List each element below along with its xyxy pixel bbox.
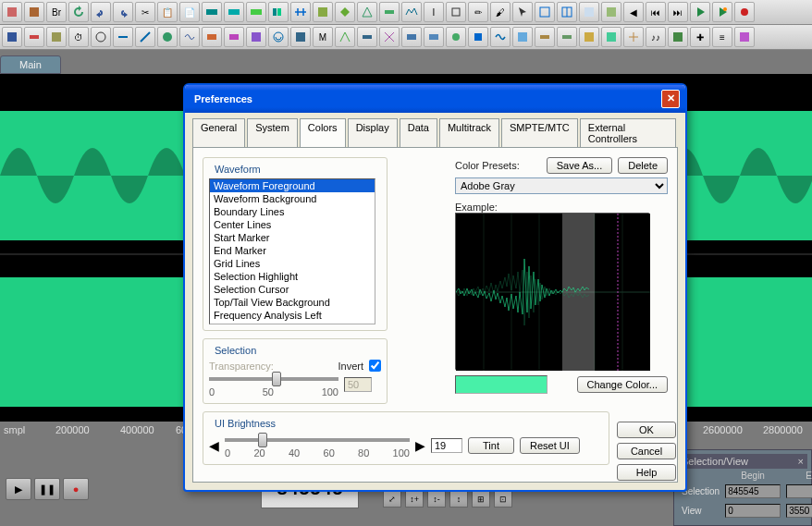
view-end-field[interactable] bbox=[786, 504, 812, 518]
waveform-list-item[interactable]: Frequency Analysis Right bbox=[210, 322, 375, 324]
toolbar-button[interactable] bbox=[446, 2, 466, 22]
cancel-button[interactable]: Cancel bbox=[617, 443, 676, 459]
toolbar-button[interactable] bbox=[246, 27, 266, 47]
close-icon[interactable]: × bbox=[798, 456, 804, 467]
tab-smpte[interactable]: SMPTE/MTC bbox=[501, 118, 578, 147]
save-as-button[interactable]: Save As... bbox=[547, 157, 613, 174]
change-color-button[interactable]: Change Color... bbox=[577, 376, 668, 393]
toolbar-button[interactable]: ✚ bbox=[690, 27, 710, 47]
brightness-value[interactable] bbox=[431, 438, 462, 453]
toolbar-button[interactable] bbox=[91, 27, 111, 47]
toolbar-button[interactable] bbox=[268, 27, 289, 47]
redo-icon[interactable] bbox=[113, 2, 133, 22]
toolbar-button[interactable] bbox=[268, 2, 289, 22]
toolbar-button[interactable]: ✂ bbox=[135, 2, 155, 22]
toolbar-button[interactable] bbox=[135, 27, 155, 47]
toolbar-button[interactable] bbox=[734, 27, 755, 47]
tab-colors[interactable]: Colors bbox=[300, 118, 346, 148]
toolbar-button[interactable]: ♪♪ bbox=[646, 27, 666, 47]
toolbar-button[interactable] bbox=[557, 2, 577, 22]
toolbar-button[interactable] bbox=[424, 27, 444, 47]
toolbar-button[interactable] bbox=[335, 27, 355, 47]
waveform-list-item[interactable]: Waveform Foreground bbox=[210, 179, 375, 192]
toolbar-button[interactable] bbox=[579, 27, 599, 47]
dialog-titlebar[interactable]: Preferences ✕ bbox=[185, 85, 685, 113]
waveform-list-item[interactable]: Waveform Background bbox=[210, 192, 375, 205]
zoom-button[interactable]: ↕+ bbox=[405, 491, 424, 508]
play-icon[interactable] bbox=[690, 2, 710, 22]
toolbar-button[interactable]: ✏ bbox=[468, 2, 488, 22]
toolbar-button[interactable]: ⏮ bbox=[646, 2, 666, 22]
toolbar-button[interactable] bbox=[113, 27, 133, 47]
waveform-list-item[interactable]: Grid Lines bbox=[210, 257, 375, 270]
cursor-icon[interactable] bbox=[512, 2, 533, 22]
toolbar-button[interactable]: 📋 bbox=[157, 2, 178, 22]
toolbar-button[interactable] bbox=[246, 2, 266, 22]
record-icon[interactable] bbox=[734, 2, 755, 22]
toolbar-button[interactable] bbox=[335, 2, 355, 22]
toolbar-button[interactable] bbox=[623, 27, 644, 47]
waveform-list-item[interactable]: Selection Cursor bbox=[210, 283, 375, 296]
tab-external[interactable]: External Controllers bbox=[580, 118, 676, 147]
toolbar-button[interactable]: 📄 bbox=[179, 2, 200, 22]
toolbar-button[interactable] bbox=[446, 27, 466, 47]
zoom-button[interactable]: ⊞ bbox=[472, 491, 490, 508]
toolbar-button[interactable] bbox=[357, 2, 377, 22]
transparency-slider[interactable] bbox=[209, 377, 338, 381]
waveform-list-item[interactable]: Start Marker bbox=[210, 231, 375, 244]
invert-checkbox[interactable] bbox=[369, 360, 381, 372]
zoom-button[interactable]: ↕ bbox=[449, 491, 468, 508]
toolbar-button[interactable] bbox=[490, 27, 511, 47]
help-button[interactable]: Help bbox=[617, 464, 676, 481]
close-icon[interactable]: ✕ bbox=[661, 90, 680, 108]
brightness-slider[interactable] bbox=[225, 438, 410, 442]
toolbar-button[interactable] bbox=[224, 27, 244, 47]
toolbar-button[interactable]: ⏱ bbox=[68, 27, 89, 47]
toolbar-button[interactable]: ◀ bbox=[623, 2, 644, 22]
waveform-color-list[interactable]: Waveform ForegroundWaveform BackgroundBo… bbox=[209, 178, 375, 324]
toolbar-button[interactable] bbox=[668, 27, 688, 47]
waveform-list-item[interactable]: Top/Tail View Background bbox=[210, 296, 375, 309]
toolbar-button[interactable] bbox=[290, 27, 311, 47]
toolbar-button[interactable] bbox=[313, 2, 333, 22]
view-begin-field[interactable] bbox=[725, 504, 781, 518]
main-tab[interactable]: Main bbox=[0, 55, 61, 74]
waveform-list-item[interactable]: Selection Highlight bbox=[210, 270, 375, 283]
toolbar-button[interactable] bbox=[512, 27, 533, 47]
ok-button[interactable]: OK bbox=[617, 422, 676, 438]
toolbar-button[interactable] bbox=[357, 27, 377, 47]
selection-begin-field[interactable] bbox=[725, 484, 781, 498]
waveform-list-item[interactable]: Frequency Analysis Left bbox=[210, 309, 375, 322]
toolbar-button[interactable] bbox=[179, 27, 200, 47]
selection-end-field[interactable] bbox=[786, 484, 812, 498]
delete-button[interactable]: Delete bbox=[618, 157, 668, 174]
toolbar-button[interactable] bbox=[224, 2, 244, 22]
toolbar-button[interactable] bbox=[24, 2, 44, 22]
toolbar-button[interactable] bbox=[401, 27, 422, 47]
toolbar-button[interactable] bbox=[601, 2, 621, 22]
toolbar-button[interactable]: M bbox=[313, 27, 333, 47]
tab-multitrack[interactable]: Multitrack bbox=[439, 118, 499, 147]
undo-icon[interactable] bbox=[91, 2, 111, 22]
tab-general[interactable]: General bbox=[192, 118, 245, 147]
toolbar-button[interactable] bbox=[202, 2, 222, 22]
tint-button[interactable]: Tint bbox=[468, 437, 514, 454]
zoom-button[interactable]: ⤢ bbox=[383, 491, 401, 508]
color-preset-select[interactable]: Adobe Gray bbox=[455, 177, 668, 194]
toolbar-button[interactable] bbox=[601, 27, 621, 47]
zoom-button[interactable]: ⊡ bbox=[494, 491, 512, 508]
toolbar-button[interactable] bbox=[468, 27, 488, 47]
waveform-list-item[interactable]: Center Lines bbox=[210, 218, 375, 231]
toolbar-button[interactable]: ≡ bbox=[712, 27, 732, 47]
toolbar-button[interactable] bbox=[46, 27, 67, 47]
toolbar-button[interactable] bbox=[712, 2, 732, 22]
text-cursor-icon[interactable]: I bbox=[424, 2, 444, 22]
waveform-list-item[interactable]: End Marker bbox=[210, 244, 375, 257]
refresh-icon[interactable] bbox=[68, 2, 89, 22]
reset-ui-button[interactable]: Reset UI bbox=[520, 437, 580, 454]
zoom-button[interactable]: ↕- bbox=[427, 491, 446, 508]
toolbar-button[interactable] bbox=[2, 27, 22, 47]
tab-data[interactable]: Data bbox=[400, 118, 437, 147]
toolbar-button[interactable] bbox=[535, 27, 555, 47]
waveform-list-item[interactable]: Boundary Lines bbox=[210, 205, 375, 218]
